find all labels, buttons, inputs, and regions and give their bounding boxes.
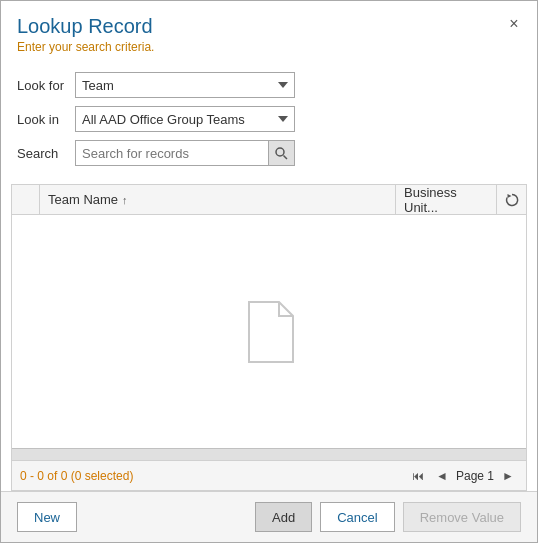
dialog-subtitle: Enter your search criteria. — [17, 40, 521, 54]
lookup-dialog: Lookup Record Enter your search criteria… — [0, 0, 538, 543]
form-section: Look for Team Look in All AAD Office Gro… — [1, 62, 537, 184]
grid-col-checkbox — [12, 185, 40, 214]
first-page-button[interactable]: ⏮ — [408, 466, 428, 486]
pagination: ⏮ ◄ Page 1 ► — [408, 466, 518, 486]
remove-value-button[interactable]: Remove Value — [403, 502, 521, 532]
svg-line-1 — [284, 155, 288, 159]
look-for-wrapper: Team — [75, 72, 521, 98]
grid-body — [12, 215, 526, 448]
dialog-footer: New Add Cancel Remove Value — [1, 491, 537, 542]
look-for-label: Look for — [17, 78, 75, 93]
look-in-label: Look in — [17, 112, 75, 127]
next-page-button[interactable]: ► — [498, 466, 518, 486]
search-label: Search — [17, 146, 75, 161]
close-button[interactable]: × — [503, 13, 525, 35]
look-in-select[interactable]: All AAD Office Group Teams — [75, 106, 295, 132]
search-row: Search — [17, 140, 521, 166]
prev-page-button[interactable]: ◄ — [432, 466, 452, 486]
svg-point-0 — [276, 148, 284, 156]
grid-header: Team Name ↑ Business Unit... — [12, 185, 526, 215]
team-name-col-label: Team Name — [48, 192, 118, 207]
cancel-button[interactable]: Cancel — [320, 502, 394, 532]
new-button[interactable]: New — [17, 502, 77, 532]
business-unit-col-label: Business Unit... — [404, 185, 488, 215]
look-for-row: Look for Team — [17, 72, 521, 98]
page-label: Page 1 — [456, 469, 494, 483]
results-grid: Team Name ↑ Business Unit... — [11, 184, 527, 491]
grid-col-team-name[interactable]: Team Name ↑ — [40, 185, 396, 214]
add-button[interactable]: Add — [255, 502, 312, 532]
empty-document-icon — [243, 300, 295, 364]
refresh-icon — [505, 193, 519, 207]
look-for-select[interactable]: Team — [75, 72, 295, 98]
dialog-title: Lookup Record — [17, 15, 521, 38]
grid-footer: 0 - 0 of 0 (0 selected) ⏮ ◄ Page 1 ► — [12, 460, 526, 490]
search-icon — [275, 147, 288, 160]
grid-col-business-unit[interactable]: Business Unit... — [396, 185, 496, 214]
record-count: 0 - 0 of 0 (0 selected) — [20, 469, 133, 483]
search-button[interactable] — [268, 141, 294, 165]
look-in-row: Look in All AAD Office Group Teams — [17, 106, 521, 132]
empty-state-icon — [243, 300, 295, 364]
sort-arrow-icon: ↑ — [122, 194, 128, 206]
refresh-button[interactable] — [496, 185, 526, 215]
search-wrapper — [75, 140, 521, 166]
look-in-wrapper: All AAD Office Group Teams — [75, 106, 521, 132]
horizontal-scrollbar[interactable] — [12, 448, 526, 460]
search-field-wrapper — [75, 140, 295, 166]
svg-marker-2 — [507, 194, 511, 198]
search-input[interactable] — [76, 141, 268, 165]
dialog-header: Lookup Record Enter your search criteria… — [1, 1, 537, 62]
